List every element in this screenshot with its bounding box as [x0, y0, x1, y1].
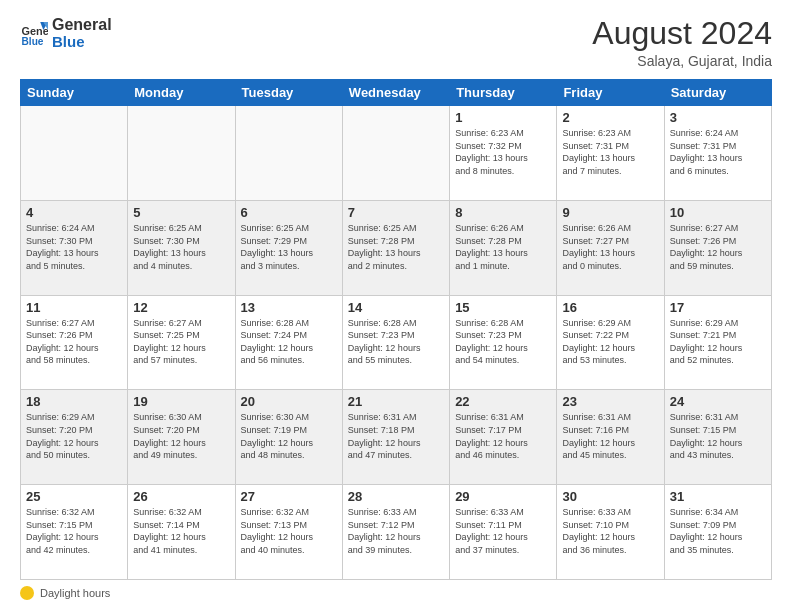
week-row-2: 4Sunrise: 6:24 AM Sunset: 7:30 PM Daylig… [21, 200, 772, 295]
day-number: 18 [26, 394, 122, 409]
page: General Blue General Blue August 2024 Sa… [0, 0, 792, 612]
col-header-monday: Monday [128, 80, 235, 106]
day-info: Sunrise: 6:31 AM Sunset: 7:17 PM Dayligh… [455, 411, 551, 461]
month-year: August 2024 [592, 16, 772, 51]
day-info: Sunrise: 6:32 AM Sunset: 7:13 PM Dayligh… [241, 506, 337, 556]
col-header-tuesday: Tuesday [235, 80, 342, 106]
col-header-sunday: Sunday [21, 80, 128, 106]
day-cell: 15Sunrise: 6:28 AM Sunset: 7:23 PM Dayli… [450, 295, 557, 390]
day-number: 11 [26, 300, 122, 315]
header: General Blue General Blue August 2024 Sa… [20, 16, 772, 69]
day-cell: 17Sunrise: 6:29 AM Sunset: 7:21 PM Dayli… [664, 295, 771, 390]
day-cell: 14Sunrise: 6:28 AM Sunset: 7:23 PM Dayli… [342, 295, 449, 390]
day-cell: 31Sunrise: 6:34 AM Sunset: 7:09 PM Dayli… [664, 485, 771, 580]
day-number: 3 [670, 110, 766, 125]
day-info: Sunrise: 6:25 AM Sunset: 7:29 PM Dayligh… [241, 222, 337, 272]
day-cell: 16Sunrise: 6:29 AM Sunset: 7:22 PM Dayli… [557, 295, 664, 390]
week-row-4: 18Sunrise: 6:29 AM Sunset: 7:20 PM Dayli… [21, 390, 772, 485]
day-cell [342, 106, 449, 201]
day-info: Sunrise: 6:26 AM Sunset: 7:28 PM Dayligh… [455, 222, 551, 272]
day-number: 30 [562, 489, 658, 504]
col-header-saturday: Saturday [664, 80, 771, 106]
day-cell: 19Sunrise: 6:30 AM Sunset: 7:20 PM Dayli… [128, 390, 235, 485]
day-info: Sunrise: 6:31 AM Sunset: 7:16 PM Dayligh… [562, 411, 658, 461]
day-cell: 21Sunrise: 6:31 AM Sunset: 7:18 PM Dayli… [342, 390, 449, 485]
day-info: Sunrise: 6:25 AM Sunset: 7:28 PM Dayligh… [348, 222, 444, 272]
logo-icon: General Blue [20, 19, 48, 47]
week-row-1: 1Sunrise: 6:23 AM Sunset: 7:32 PM Daylig… [21, 106, 772, 201]
day-cell: 13Sunrise: 6:28 AM Sunset: 7:24 PM Dayli… [235, 295, 342, 390]
day-number: 20 [241, 394, 337, 409]
day-number: 8 [455, 205, 551, 220]
day-cell: 25Sunrise: 6:32 AM Sunset: 7:15 PM Dayli… [21, 485, 128, 580]
day-number: 6 [241, 205, 337, 220]
logo: General Blue General Blue [20, 16, 112, 50]
day-info: Sunrise: 6:27 AM Sunset: 7:25 PM Dayligh… [133, 317, 229, 367]
day-info: Sunrise: 6:30 AM Sunset: 7:20 PM Dayligh… [133, 411, 229, 461]
day-info: Sunrise: 6:28 AM Sunset: 7:23 PM Dayligh… [455, 317, 551, 367]
day-number: 26 [133, 489, 229, 504]
day-info: Sunrise: 6:33 AM Sunset: 7:10 PM Dayligh… [562, 506, 658, 556]
day-info: Sunrise: 6:28 AM Sunset: 7:23 PM Dayligh… [348, 317, 444, 367]
sun-icon [20, 586, 34, 600]
day-info: Sunrise: 6:33 AM Sunset: 7:11 PM Dayligh… [455, 506, 551, 556]
day-info: Sunrise: 6:28 AM Sunset: 7:24 PM Dayligh… [241, 317, 337, 367]
day-cell: 2Sunrise: 6:23 AM Sunset: 7:31 PM Daylig… [557, 106, 664, 201]
day-cell: 30Sunrise: 6:33 AM Sunset: 7:10 PM Dayli… [557, 485, 664, 580]
day-info: Sunrise: 6:32 AM Sunset: 7:15 PM Dayligh… [26, 506, 122, 556]
day-cell: 11Sunrise: 6:27 AM Sunset: 7:26 PM Dayli… [21, 295, 128, 390]
day-number: 2 [562, 110, 658, 125]
day-number: 17 [670, 300, 766, 315]
title-block: August 2024 Salaya, Gujarat, India [592, 16, 772, 69]
day-number: 28 [348, 489, 444, 504]
day-cell: 4Sunrise: 6:24 AM Sunset: 7:30 PM Daylig… [21, 200, 128, 295]
day-info: Sunrise: 6:25 AM Sunset: 7:30 PM Dayligh… [133, 222, 229, 272]
day-number: 31 [670, 489, 766, 504]
day-number: 5 [133, 205, 229, 220]
day-cell: 12Sunrise: 6:27 AM Sunset: 7:25 PM Dayli… [128, 295, 235, 390]
day-cell: 24Sunrise: 6:31 AM Sunset: 7:15 PM Dayli… [664, 390, 771, 485]
day-cell [21, 106, 128, 201]
calendar-table: SundayMondayTuesdayWednesdayThursdayFrid… [20, 79, 772, 580]
day-info: Sunrise: 6:27 AM Sunset: 7:26 PM Dayligh… [670, 222, 766, 272]
day-number: 15 [455, 300, 551, 315]
day-cell: 29Sunrise: 6:33 AM Sunset: 7:11 PM Dayli… [450, 485, 557, 580]
day-number: 29 [455, 489, 551, 504]
day-number: 23 [562, 394, 658, 409]
calendar-header-row: SundayMondayTuesdayWednesdayThursdayFrid… [21, 80, 772, 106]
col-header-thursday: Thursday [450, 80, 557, 106]
col-header-friday: Friday [557, 80, 664, 106]
day-cell [128, 106, 235, 201]
svg-text:Blue: Blue [22, 36, 44, 47]
day-info: Sunrise: 6:24 AM Sunset: 7:31 PM Dayligh… [670, 127, 766, 177]
day-info: Sunrise: 6:32 AM Sunset: 7:14 PM Dayligh… [133, 506, 229, 556]
day-info: Sunrise: 6:29 AM Sunset: 7:22 PM Dayligh… [562, 317, 658, 367]
day-info: Sunrise: 6:31 AM Sunset: 7:18 PM Dayligh… [348, 411, 444, 461]
day-cell: 23Sunrise: 6:31 AM Sunset: 7:16 PM Dayli… [557, 390, 664, 485]
day-cell: 9Sunrise: 6:26 AM Sunset: 7:27 PM Daylig… [557, 200, 664, 295]
day-cell: 28Sunrise: 6:33 AM Sunset: 7:12 PM Dayli… [342, 485, 449, 580]
day-number: 4 [26, 205, 122, 220]
logo-general: General [52, 16, 112, 34]
location: Salaya, Gujarat, India [592, 53, 772, 69]
day-cell: 7Sunrise: 6:25 AM Sunset: 7:28 PM Daylig… [342, 200, 449, 295]
day-info: Sunrise: 6:31 AM Sunset: 7:15 PM Dayligh… [670, 411, 766, 461]
day-cell: 10Sunrise: 6:27 AM Sunset: 7:26 PM Dayli… [664, 200, 771, 295]
week-row-5: 25Sunrise: 6:32 AM Sunset: 7:15 PM Dayli… [21, 485, 772, 580]
day-info: Sunrise: 6:26 AM Sunset: 7:27 PM Dayligh… [562, 222, 658, 272]
day-number: 1 [455, 110, 551, 125]
day-cell: 5Sunrise: 6:25 AM Sunset: 7:30 PM Daylig… [128, 200, 235, 295]
day-info: Sunrise: 6:24 AM Sunset: 7:30 PM Dayligh… [26, 222, 122, 272]
day-cell: 20Sunrise: 6:30 AM Sunset: 7:19 PM Dayli… [235, 390, 342, 485]
day-cell: 27Sunrise: 6:32 AM Sunset: 7:13 PM Dayli… [235, 485, 342, 580]
day-info: Sunrise: 6:30 AM Sunset: 7:19 PM Dayligh… [241, 411, 337, 461]
day-number: 27 [241, 489, 337, 504]
day-info: Sunrise: 6:23 AM Sunset: 7:32 PM Dayligh… [455, 127, 551, 177]
day-cell: 1Sunrise: 6:23 AM Sunset: 7:32 PM Daylig… [450, 106, 557, 201]
day-number: 12 [133, 300, 229, 315]
day-cell: 26Sunrise: 6:32 AM Sunset: 7:14 PM Dayli… [128, 485, 235, 580]
day-info: Sunrise: 6:29 AM Sunset: 7:20 PM Dayligh… [26, 411, 122, 461]
footer: Daylight hours [20, 586, 772, 600]
day-cell: 3Sunrise: 6:24 AM Sunset: 7:31 PM Daylig… [664, 106, 771, 201]
daylight-label: Daylight hours [40, 587, 110, 599]
